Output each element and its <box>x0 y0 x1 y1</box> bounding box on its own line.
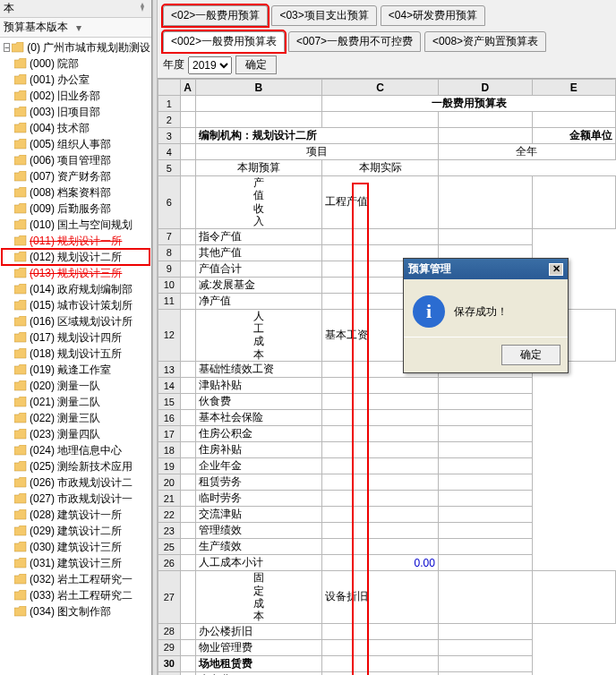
tab-top[interactable]: <04>研发费用预算 <box>381 5 485 26</box>
item-cell[interactable]: 住房公积金 <box>195 426 322 442</box>
actual-cell[interactable] <box>532 176 615 229</box>
item-cell[interactable]: 设备折旧 <box>322 571 439 624</box>
tree-folder[interactable]: (010) 国土与空间规划 <box>2 217 150 233</box>
confirm-button[interactable]: 确定 <box>235 56 277 74</box>
item-cell[interactable]: 伙食费 <box>195 394 322 410</box>
actual-cell[interactable] <box>438 655 532 671</box>
tree-folder[interactable]: (027) 市政规划设计一 <box>2 491 150 507</box>
item-cell[interactable]: 指令产值 <box>195 228 322 244</box>
item-cell[interactable]: 减:发展基金 <box>195 277 322 293</box>
actual-cell[interactable] <box>438 539 532 555</box>
tree-folder[interactable]: (011) 规划设计一所 <box>2 233 150 249</box>
tree-folder[interactable]: (017) 规划设计四所 <box>2 329 150 346</box>
version-dropdown[interactable]: 预算基本版本 ▾ <box>0 18 151 38</box>
actual-cell[interactable] <box>438 442 532 458</box>
tree-folder[interactable]: (020) 测量一队 <box>2 378 150 394</box>
budget-cell[interactable] <box>322 491 439 507</box>
item-cell[interactable]: 物业管理费 <box>195 639 322 655</box>
col-header[interactable]: D <box>438 80 532 96</box>
actual-cell[interactable] <box>438 555 532 571</box>
tree-folder[interactable]: (028) 建筑设计一所 <box>2 507 150 523</box>
tree-folder[interactable]: (007) 资产财务部 <box>2 168 150 184</box>
budget-cell[interactable] <box>322 394 439 410</box>
budget-cell[interactable] <box>322 655 439 671</box>
tab-sub[interactable]: <002>一般费用预算表 <box>163 31 285 52</box>
actual-cell[interactable] <box>438 491 532 507</box>
item-cell[interactable]: 净产值 <box>195 293 322 309</box>
tree-folder[interactable]: (033) 岩土工程研究二 <box>2 587 150 603</box>
tree-folder[interactable]: (034) 图文制作部 <box>2 603 150 619</box>
item-cell[interactable]: 办公楼折旧 <box>195 623 322 639</box>
tree-folder[interactable]: (004) 技术部 <box>2 120 150 136</box>
tree-folder[interactable]: (003) 旧项目部 <box>2 104 150 120</box>
item-cell[interactable]: 人工成本小计 <box>195 555 322 571</box>
tab-top[interactable]: <02>一般费用预算 <box>163 5 268 26</box>
item-cell[interactable]: 住房补贴 <box>195 442 322 458</box>
item-cell[interactable]: 水电费 <box>195 671 322 675</box>
col-header[interactable] <box>158 80 181 96</box>
tree-folder[interactable]: (022) 测量三队 <box>2 410 150 426</box>
item-cell[interactable]: 企业年金 <box>195 458 322 474</box>
tree-folder[interactable]: (002) 旧业务部 <box>2 88 150 104</box>
col-header[interactable]: C <box>322 80 439 96</box>
tree-folder[interactable]: (031) 建筑设计三所 <box>2 555 150 571</box>
item-cell[interactable]: 产值合计 <box>195 261 322 277</box>
item-cell[interactable]: 生产绩效 <box>195 539 322 555</box>
tree-folder[interactable]: (018) 规划设计五所 <box>2 346 150 362</box>
tree-folder[interactable]: (029) 建筑设计二所 <box>2 523 150 539</box>
spreadsheet[interactable]: ABCDE1一般费用预算表23编制机构：规划设计二所金额单位4项目全年5本期预算… <box>158 79 616 675</box>
tree-folder[interactable]: (026) 市政规划设计二 <box>2 474 150 491</box>
actual-cell[interactable] <box>438 523 532 539</box>
col-header[interactable]: E <box>532 80 615 96</box>
tree-folder[interactable]: (015) 城市设计策划所 <box>2 297 150 313</box>
item-cell[interactable]: 基础性绩效工资 <box>195 362 322 378</box>
actual-cell[interactable] <box>438 228 532 244</box>
actual-cell[interactable] <box>438 410 532 426</box>
year-select[interactable]: 2019 <box>188 56 232 74</box>
actual-cell[interactable] <box>438 639 532 655</box>
actual-cell[interactable] <box>438 671 532 675</box>
item-cell[interactable]: 临时劳务 <box>195 491 322 507</box>
tree-folder[interactable]: (023) 测量四队 <box>2 426 150 442</box>
actual-cell[interactable] <box>438 507 532 523</box>
budget-cell[interactable] <box>322 228 439 244</box>
budget-cell[interactable] <box>322 426 439 442</box>
budget-cell[interactable] <box>322 623 439 639</box>
col-header[interactable]: B <box>195 80 322 96</box>
close-icon[interactable]: ✕ <box>549 263 563 276</box>
budget-cell[interactable] <box>322 378 439 394</box>
tree-folder[interactable]: (030) 建筑设计三所 <box>2 539 150 555</box>
budget-cell[interactable] <box>322 458 439 474</box>
item-cell[interactable]: 租赁劳务 <box>195 474 322 491</box>
actual-cell[interactable] <box>438 378 532 394</box>
budget-cell[interactable] <box>322 507 439 523</box>
tab-sub[interactable]: <008>资产购置预算表 <box>424 31 546 52</box>
tab-sub[interactable]: <007>一般费用不可控费 <box>288 31 421 52</box>
tree-folder[interactable]: (032) 岩土工程研究一 <box>2 571 150 587</box>
budget-cell[interactable] <box>322 639 439 655</box>
tree-folder[interactable]: (014) 政府规划编制部 <box>2 281 150 297</box>
budget-cell[interactable] <box>322 410 439 426</box>
item-cell[interactable]: 工程产值 <box>322 176 439 229</box>
actual-cell[interactable] <box>438 426 532 442</box>
budget-cell[interactable]: 0.00 <box>322 555 439 571</box>
tree-root[interactable]: −(0) 广州市城市规划勘测设 <box>2 39 150 56</box>
budget-cell[interactable] <box>438 176 532 229</box>
pin-icon[interactable] <box>137 2 148 15</box>
tree-folder[interactable]: (006) 项目管理部 <box>2 152 150 168</box>
col-header[interactable]: A <box>180 80 195 96</box>
actual-cell[interactable] <box>438 474 532 491</box>
item-cell[interactable]: 场地租赁费 <box>195 655 322 671</box>
tree-folder[interactable]: (000) 院部 <box>2 56 150 72</box>
budget-cell[interactable] <box>322 474 439 491</box>
tree-folder[interactable]: (024) 地理信息中心 <box>2 442 150 458</box>
tree-folder[interactable]: (025) 测绘新技术应用 <box>2 458 150 474</box>
tree-folder[interactable]: (008) 档案资料部 <box>2 184 150 201</box>
actual-cell[interactable] <box>438 394 532 410</box>
tree-folder[interactable]: (012) 规划设计二所 <box>2 249 150 265</box>
actual-cell[interactable] <box>438 458 532 474</box>
tree-folder[interactable]: (016) 区域规划设计所 <box>2 313 150 329</box>
tree-folder[interactable]: (001) 办公室 <box>2 72 150 88</box>
actual-cell[interactable] <box>438 623 532 639</box>
tree-folder[interactable]: (013) 规划设计三所 <box>2 265 150 281</box>
